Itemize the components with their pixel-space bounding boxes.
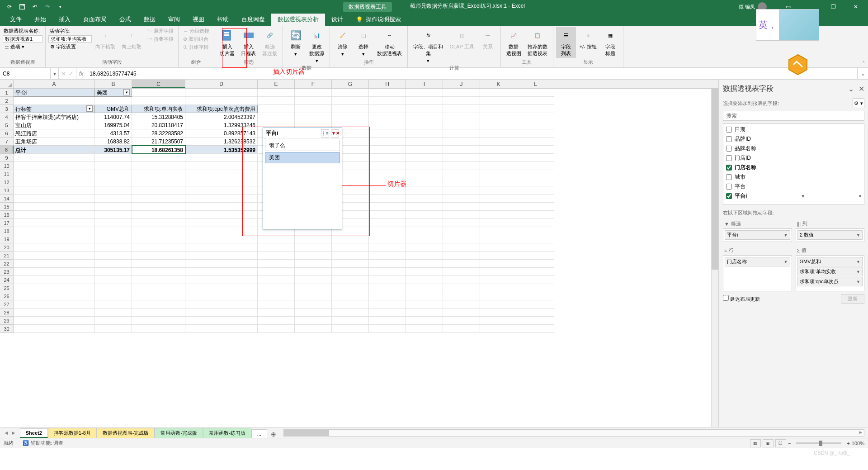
cell[interactable]: 平台i xyxy=(14,89,95,97)
cell[interactable] xyxy=(132,219,185,227)
cell[interactable] xyxy=(443,235,480,243)
cell[interactable] xyxy=(132,325,185,333)
cell[interactable] xyxy=(95,325,132,333)
zoom-out-icon[interactable]: − xyxy=(788,441,791,446)
row-header[interactable]: 22 xyxy=(0,260,14,268)
cell[interactable] xyxy=(480,309,517,317)
cell[interactable] xyxy=(443,252,480,260)
move-pivot-button[interactable]: ↔移动 数据透视表 xyxy=(374,27,405,58)
cell[interactable] xyxy=(258,235,295,243)
cell[interactable] xyxy=(258,268,295,276)
cell[interactable] xyxy=(480,300,517,309)
cell[interactable]: 21.71235507 xyxy=(132,138,185,146)
cell[interactable] xyxy=(480,276,517,284)
cell[interactable] xyxy=(369,203,406,211)
cell[interactable] xyxy=(480,252,517,260)
cell[interactable] xyxy=(185,186,258,195)
cell[interactable] xyxy=(185,276,258,284)
cell[interactable]: GMV总和 xyxy=(95,105,132,113)
cell[interactable] xyxy=(14,154,95,162)
cell[interactable] xyxy=(95,235,132,243)
cell[interactable] xyxy=(14,284,95,292)
cell[interactable] xyxy=(185,170,258,178)
cell[interactable] xyxy=(443,260,480,268)
cell[interactable] xyxy=(14,170,95,178)
cell[interactable]: 16838.82 xyxy=(95,138,132,146)
cell[interactable]: 拌客干拌麻辣烫(武宁路店) xyxy=(14,113,95,121)
cell[interactable] xyxy=(406,170,443,178)
cell[interactable] xyxy=(517,113,554,121)
cell[interactable] xyxy=(14,97,95,105)
field-list-toggle[interactable]: ☰字段 列表 xyxy=(556,27,576,58)
cell[interactable] xyxy=(406,154,443,162)
cell[interactable] xyxy=(443,154,480,162)
field-item[interactable]: 城市 xyxy=(724,172,863,182)
cell[interactable] xyxy=(480,113,517,121)
row-header[interactable]: 27 xyxy=(0,300,14,309)
cell[interactable] xyxy=(480,105,517,113)
cell[interactable] xyxy=(332,113,369,121)
cell[interactable] xyxy=(517,252,554,260)
cell[interactable] xyxy=(406,211,443,219)
cell[interactable] xyxy=(480,178,517,186)
collapse-ribbon-icon[interactable]: ⌃ xyxy=(862,61,865,66)
collapse-field-button[interactable]: ⁻≡ 折叠字段 xyxy=(145,35,175,43)
cell[interactable] xyxy=(480,284,517,292)
cell[interactable] xyxy=(443,292,480,300)
filter-area[interactable]: 平台i▼ xyxy=(723,228,792,242)
cell[interactable] xyxy=(480,89,517,97)
cell[interactable] xyxy=(14,276,95,284)
cell[interactable]: 114007.74 xyxy=(95,113,132,121)
row-header[interactable]: 6 xyxy=(0,129,14,138)
cell[interactable] xyxy=(443,227,480,235)
cell[interactable] xyxy=(369,178,406,186)
cell[interactable] xyxy=(480,203,517,211)
cell[interactable] xyxy=(295,300,332,309)
cell[interactable] xyxy=(132,284,185,292)
cell[interactable] xyxy=(295,292,332,300)
insert-timeline-button[interactable]: 插入 日程表 xyxy=(238,27,259,58)
cell[interactable] xyxy=(480,243,517,252)
col-header[interactable]: A xyxy=(14,80,95,88)
cell[interactable] xyxy=(517,121,554,129)
ime-indicator[interactable]: 英， xyxy=(756,9,819,41)
cell[interactable] xyxy=(132,227,185,235)
cell[interactable] xyxy=(443,211,480,219)
cell[interactable] xyxy=(480,97,517,105)
pivot-name-input[interactable] xyxy=(3,35,42,43)
cell[interactable] xyxy=(295,260,332,268)
page-layout-view-icon[interactable]: ▣ xyxy=(763,439,774,447)
cell[interactable] xyxy=(132,170,185,178)
cell[interactable] xyxy=(369,113,406,121)
cell[interactable] xyxy=(517,276,554,284)
cell[interactable] xyxy=(406,309,443,317)
cell[interactable] xyxy=(369,260,406,268)
cell[interactable]: 行标签▾ xyxy=(14,105,95,113)
cell[interactable] xyxy=(332,252,369,260)
cell[interactable] xyxy=(185,89,258,97)
cell[interactable]: 1.326238532 xyxy=(185,138,258,146)
cell[interactable] xyxy=(14,260,95,268)
cell[interactable] xyxy=(132,252,185,260)
cell[interactable] xyxy=(132,178,185,186)
cell[interactable]: 2.004523397 xyxy=(185,113,258,121)
cell[interactable] xyxy=(14,252,95,260)
cell[interactable] xyxy=(95,227,132,235)
fx-icon[interactable]: fx xyxy=(76,68,86,79)
field-panel-layout-button[interactable]: ⚙ ▾ xyxy=(853,98,864,108)
cell[interactable] xyxy=(406,146,443,154)
cell[interactable] xyxy=(95,309,132,317)
cell[interactable] xyxy=(406,113,443,121)
area-item[interactable]: 门店名称▼ xyxy=(725,257,790,266)
chevron-down-icon[interactable]: ⌄ xyxy=(848,85,854,93)
cell[interactable] xyxy=(295,113,332,121)
cell[interactable] xyxy=(406,195,443,203)
cell[interactable] xyxy=(480,325,517,333)
cell[interactable] xyxy=(132,89,185,97)
slicer-clear-filter-icon[interactable]: ▼✕ xyxy=(331,129,339,138)
cell[interactable] xyxy=(14,292,95,300)
cell[interactable] xyxy=(517,284,554,292)
cell[interactable] xyxy=(443,105,480,113)
cell[interactable] xyxy=(517,211,554,219)
cell[interactable] xyxy=(258,325,295,333)
